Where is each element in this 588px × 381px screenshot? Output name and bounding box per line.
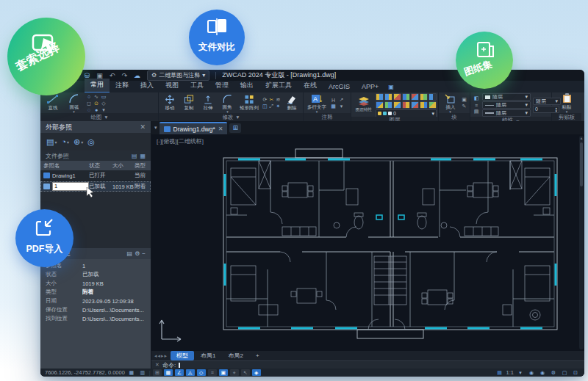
trim-icon[interactable]: ✂ [268, 97, 275, 104]
lineweight-list-icon[interactable]: ▤ [473, 109, 480, 115]
linetype-list-icon[interactable]: ≡ [473, 102, 480, 109]
more-icon[interactable]: ▾ [100, 106, 107, 113]
spline-icon[interactable]: ∿ [93, 93, 100, 100]
ortho-toggle[interactable]: ∠ [175, 369, 184, 376]
layer-tool-icon[interactable] [376, 101, 384, 109]
vertical-scrollbar[interactable]: ▲ [579, 136, 584, 349]
polygon-icon[interactable]: ◇ [100, 100, 107, 106]
layer-tool-icon[interactable] [411, 101, 419, 109]
scrollbar-thumb[interactable] [580, 142, 583, 186]
selection-cycling-toggle[interactable]: ◈ [252, 369, 261, 376]
snap-toggle[interactable]: ⊞ [153, 369, 162, 376]
cursor-toggle[interactable]: ↖ [241, 369, 250, 376]
rotate-icon[interactable]: ⟳ [262, 97, 268, 104]
scale-value[interactable]: 1:1 [506, 369, 514, 376]
mirror-icon[interactable]: ◫ [262, 104, 268, 110]
polar-toggle[interactable]: ◬ [186, 369, 195, 376]
erase-tool[interactable]: 删除 [283, 95, 301, 112]
add-layout-button[interactable]: + [250, 352, 265, 360]
offset-icon[interactable]: ≋ [275, 97, 282, 104]
tab-view[interactable]: 视图 [159, 79, 184, 92]
feature-badge-sheetset[interactable]: 图纸集 [456, 32, 513, 89]
edit-block-icon[interactable]: ✎ [461, 104, 467, 110]
close-icon[interactable]: ✕ [140, 123, 146, 131]
color-dropdown[interactable]: 随层 ▾ [482, 93, 531, 101]
layer-tool-icon[interactable] [384, 93, 392, 101]
mtext-tool[interactable]: A 多行文字 ▾ [306, 94, 328, 113]
chevron-down-icon[interactable]: ▾ [516, 369, 525, 376]
paper-space-icon[interactable]: ▥ [138, 369, 147, 376]
tab-annotate[interactable]: 注释 [110, 79, 135, 92]
save-details-icon[interactable]: ▤ [127, 250, 133, 257]
scroll-up-icon[interactable]: ▲ [579, 136, 584, 141]
lineweight-toggle[interactable]: ▣ [219, 369, 228, 376]
tab-manage[interactable]: 管理 [209, 79, 234, 92]
tab-layout2[interactable]: 布局2 [223, 351, 249, 360]
table-row[interactable]: Drawing1 已打开 当前 [40, 170, 151, 181]
linetype-dropdown[interactable]: 随层 ▾ [482, 101, 531, 109]
tab-home[interactable]: 常用 [85, 79, 110, 92]
layer-tool-icon[interactable] [429, 93, 437, 101]
rename-input[interactable]: 1 [52, 182, 89, 191]
hatch-icon[interactable]: ◻ [85, 100, 93, 106]
isolate-icon[interactable]: ▢ [560, 369, 569, 376]
donut-icon[interactable]: ● [93, 106, 100, 113]
layer-tool-icon[interactable] [402, 101, 410, 109]
close-icon[interactable]: ✕ [155, 362, 159, 368]
tab-output[interactable]: 输出 [234, 79, 259, 92]
tab-arcgis[interactable]: ArcGIS [323, 81, 356, 92]
array-tool[interactable]: 矩形阵列 [238, 95, 260, 112]
layer-tool-icon[interactable] [376, 93, 384, 101]
point-icon[interactable]: ◌ [85, 106, 93, 113]
feature-badge-pdf-import[interactable]: PDF导入 [15, 209, 74, 267]
grid-toggle[interactable]: ▦ [164, 369, 173, 376]
attach-dwg-button[interactable]: ▤▾ [46, 137, 57, 147]
circle-icon[interactable]: ○ [85, 93, 93, 100]
layer-tool-icon[interactable] [393, 93, 401, 101]
feature-badge-compare[interactable]: 文件对比 [189, 10, 245, 65]
lineweight-dropdown[interactable]: 随层 ▾ [482, 109, 531, 117]
attach-pdf-button[interactable]: ⊕▾ [74, 137, 83, 147]
tab-model[interactable]: 模型 [171, 351, 194, 360]
dynamic-input-toggle[interactable]: ⌖ [230, 369, 239, 376]
stretch-tool[interactable]: 拉伸 [199, 95, 217, 112]
layer-tool-icon[interactable] [429, 101, 437, 109]
scale-icon[interactable]: ⤢ [268, 104, 275, 110]
osnap-toggle[interactable]: ◇ [197, 369, 206, 376]
list-view-icon[interactable]: ▤ [132, 153, 137, 159]
paste-tool[interactable]: 粘贴 ▾ [557, 93, 577, 113]
attach-image-button[interactable]: ◔▾ [61, 137, 69, 146]
viewport-controls[interactable]: [-][俯视][二维线框] [157, 137, 204, 145]
tab-tools[interactable]: 工具 [184, 79, 209, 92]
layer-properties-tool[interactable]: 图层特性 [354, 97, 374, 113]
layer-tool-icon[interactable] [384, 101, 392, 109]
fillet-tool[interactable]: 圆角 ▾ [218, 94, 236, 113]
settings-icon[interactable]: ⚙ [135, 250, 140, 257]
clean-screen-icon[interactable]: ⊡ [571, 369, 580, 376]
layout-nav-icons[interactable]: ◂◂▸▸ [154, 353, 168, 359]
ribbon-minimize-icon[interactable]: ▣ [384, 82, 398, 92]
tab-online[interactable]: 在线 [298, 79, 323, 92]
layer-tool-icon[interactable] [420, 101, 428, 109]
redo-icon[interactable]: ↷ [120, 71, 129, 80]
tab-app-plus[interactable]: APP+ [356, 81, 384, 92]
feature-badge-lasso[interactable]: 套索选择 [7, 18, 85, 95]
workspace-switch-icon[interactable]: ⚙ [549, 369, 558, 376]
table-row-selected[interactable]: 1 已加载 1019 KB 附着 [40, 181, 151, 192]
document-tab[interactable]: Drawing1.dwg* ✕ [159, 122, 228, 134]
otrack-toggle[interactable]: ≡ [208, 369, 217, 376]
create-block-icon[interactable]: ▣ [461, 97, 467, 104]
collapse-icon[interactable]: − [142, 250, 146, 257]
rect-icon[interactable]: ▭ [100, 93, 107, 100]
move-tool[interactable]: 移动 [161, 95, 179, 112]
auto-scale-icon[interactable]: ◉ [538, 369, 547, 376]
layer-tool-icon[interactable] [402, 93, 410, 101]
copy-tool[interactable]: 复制 [180, 95, 198, 112]
tab-insert[interactable]: 插入 [135, 79, 159, 92]
more-icon[interactable]: ▾ [337, 104, 345, 110]
new-drawing-button[interactable]: ⊞ [229, 123, 241, 133]
tab-express[interactable]: 扩展工具 [259, 79, 298, 92]
layer-tool-icon[interactable] [420, 93, 428, 101]
model-space-icon[interactable]: ▦ [127, 369, 136, 376]
annotation-scale-icon[interactable]: ▤ [495, 369, 504, 376]
